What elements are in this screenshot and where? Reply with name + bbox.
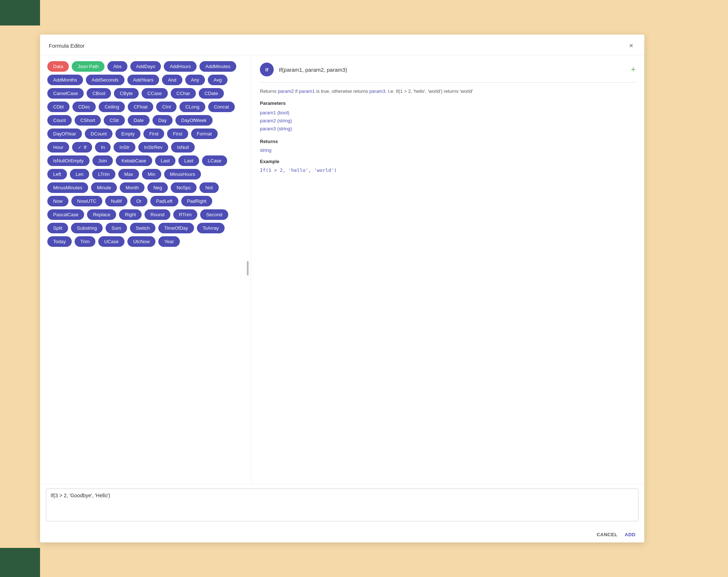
pill-addseconds[interactable]: AddSeconds xyxy=(86,75,124,85)
pill-clong[interactable]: CLong xyxy=(179,102,205,112)
pill-abs[interactable]: Abs xyxy=(107,61,127,72)
pill-cbool[interactable]: CBool xyxy=(87,88,111,99)
pill-label-replace: Replace xyxy=(93,212,110,217)
pill-rtrim[interactable]: RTrim xyxy=(173,209,198,220)
pill-right[interactable]: Right xyxy=(119,209,142,220)
pill-isnull[interactable]: IsNull xyxy=(171,142,195,153)
pill-neg[interactable]: Neg xyxy=(147,182,168,193)
cancel-button[interactable]: CANCEL xyxy=(597,532,617,537)
pill-cstr[interactable]: CStr xyxy=(104,115,125,126)
pill-min[interactable]: Min xyxy=(142,169,161,179)
pill-minushours[interactable]: MinusHours xyxy=(164,169,201,179)
pill-cchar[interactable]: CChar xyxy=(171,88,196,99)
pill-or[interactable]: Or xyxy=(130,196,147,206)
pill-padleft[interactable]: PadLeft xyxy=(150,196,178,206)
pill-nullif[interactable]: NullIf xyxy=(105,196,128,206)
pill-first2[interactable]: First xyxy=(167,129,188,139)
pill-cdate[interactable]: CDate xyxy=(199,88,224,99)
pill-hour[interactable]: Hour xyxy=(47,142,69,153)
pill-cdec[interactable]: CDec xyxy=(72,102,96,112)
pill-now[interactable]: Now xyxy=(47,196,68,206)
param-link[interactable]: param3 (string) xyxy=(260,125,636,133)
pill-last1[interactable]: Last xyxy=(155,155,176,166)
pill-max[interactable]: Max xyxy=(118,169,139,179)
pill-cshort[interactable]: CShort xyxy=(75,115,101,126)
pill-date[interactable]: Date xyxy=(128,115,149,126)
pill-dayofyear[interactable]: DayOfYear xyxy=(47,129,82,139)
pill-empty[interactable]: Empty xyxy=(115,129,141,139)
pill-kebabcase[interactable]: KebabCase xyxy=(116,155,152,166)
pill-isnullorempty[interactable]: IsNullOrEmpty xyxy=(47,155,90,166)
pill-dcount[interactable]: DCount xyxy=(85,129,112,139)
pill-ucase[interactable]: UCase xyxy=(98,236,124,247)
pill-addyears[interactable]: AddYears xyxy=(127,75,159,85)
pill-count[interactable]: Count xyxy=(47,115,72,126)
pill-format[interactable]: Format xyxy=(191,129,218,139)
close-button[interactable]: × xyxy=(627,41,636,50)
add-function-button[interactable]: + xyxy=(631,66,636,74)
pill-split[interactable]: Split xyxy=(47,223,68,233)
pill-adddays[interactable]: AddDays xyxy=(130,61,161,72)
pill-nospc[interactable]: NoSpc xyxy=(171,182,197,193)
pill-sum[interactable]: Sum xyxy=(106,223,127,233)
pill-minute[interactable]: Minute xyxy=(91,182,117,193)
pill-first1[interactable]: First xyxy=(143,129,164,139)
pill-if[interactable]: If xyxy=(72,142,92,153)
pill-label-nowutc: NowUTC xyxy=(77,198,96,204)
pill-round[interactable]: Round xyxy=(145,209,170,220)
pill-cdbl[interactable]: CDbl xyxy=(47,102,70,112)
pill-trim[interactable]: Trim xyxy=(75,236,96,247)
pill-pascalcase[interactable]: PascalCase xyxy=(47,209,84,220)
pill-left[interactable]: Left xyxy=(47,169,67,179)
pill-avg[interactable]: Avg xyxy=(208,75,228,85)
pill-ltrim[interactable]: LTrim xyxy=(92,169,115,179)
pill-and[interactable]: And xyxy=(162,75,182,85)
pill-cfloat[interactable]: CFloat xyxy=(128,102,153,112)
pill-len[interactable]: Len xyxy=(70,169,90,179)
add-button[interactable]: ADD xyxy=(625,532,636,537)
pill-any[interactable]: Any xyxy=(185,75,205,85)
pill-year[interactable]: Year xyxy=(158,236,179,247)
pill-timeofday[interactable]: TimeOfDay xyxy=(158,223,194,233)
pill-padright[interactable]: PadRight xyxy=(181,196,212,206)
param-link[interactable]: param1 (bool) xyxy=(260,109,636,117)
pill-instrrev[interactable]: InStrRev xyxy=(138,142,169,153)
desc-param2: param2 xyxy=(278,88,294,94)
pill-not[interactable]: Not xyxy=(199,182,218,193)
pill-lcase[interactable]: LCase xyxy=(202,155,228,166)
pill-addhours[interactable]: AddHours xyxy=(164,61,197,72)
modal-body: DataJson PathAbsAddDaysAddHoursAddMinute… xyxy=(40,55,644,484)
param-link[interactable]: param2 (string) xyxy=(260,117,636,125)
pill-switch[interactable]: Switch xyxy=(130,223,155,233)
formula-input[interactable] xyxy=(46,489,638,521)
pill-minusminutes[interactable]: MinusMinutes xyxy=(47,182,88,193)
pill-month[interactable]: Month xyxy=(120,182,145,193)
pill-label-cint: CInt xyxy=(162,104,171,110)
pill-label-if: If xyxy=(84,145,86,150)
pill-addminutes[interactable]: AddMinutes xyxy=(199,61,236,72)
pill-second[interactable]: Second xyxy=(200,209,228,220)
pill-cint[interactable]: CInt xyxy=(156,102,177,112)
pill-label-instr: InStr xyxy=(119,145,129,150)
pill-in[interactable]: In xyxy=(95,142,111,153)
pill-cbyte[interactable]: CByte xyxy=(114,88,138,99)
pill-concat[interactable]: Concat xyxy=(208,102,235,112)
pill-camelcase[interactable]: CamelCase xyxy=(47,88,84,99)
pill-day[interactable]: Day xyxy=(153,115,173,126)
pill-toarray[interactable]: ToArray xyxy=(197,223,225,233)
pill-substring[interactable]: Substring xyxy=(71,223,103,233)
pill-label-sum: Sum xyxy=(111,225,121,231)
pill-instr[interactable]: InStr xyxy=(114,142,135,153)
pill-join[interactable]: Join xyxy=(92,155,113,166)
pill-ceiling[interactable]: Ceiling xyxy=(99,102,125,112)
pill-utcnow[interactable]: UtcNow xyxy=(127,236,156,247)
pill-nowutc[interactable]: NowUTC xyxy=(71,196,102,206)
pill-last2[interactable]: Last xyxy=(178,155,199,166)
pill-today[interactable]: Today xyxy=(47,236,72,247)
pill-data[interactable]: Data xyxy=(47,61,69,72)
pill-ccase[interactable]: CCase xyxy=(142,88,168,99)
pill-dayofweek[interactable]: DayOfWeek xyxy=(175,115,213,126)
pill-json-path[interactable]: Json Path xyxy=(72,61,104,72)
pill-replace[interactable]: Replace xyxy=(87,209,116,220)
pill-addmonths[interactable]: AddMonths xyxy=(47,75,83,85)
